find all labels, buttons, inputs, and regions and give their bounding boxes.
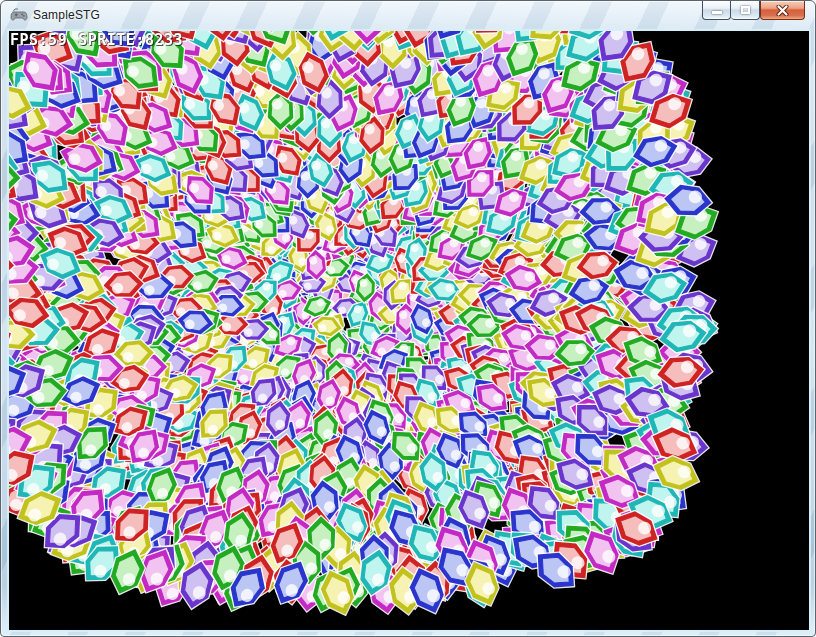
game-client-area: FPS:59SPRITE:8233 xyxy=(9,31,809,630)
title-bar[interactable]: SampleSTG xyxy=(1,1,815,31)
maximize-icon xyxy=(741,6,750,14)
maximize-button[interactable] xyxy=(731,1,760,20)
close-button[interactable] xyxy=(760,1,805,20)
game-canvas[interactable] xyxy=(9,31,809,630)
minimize-button[interactable] xyxy=(702,1,731,20)
gamepad-icon[interactable] xyxy=(10,7,28,23)
window-title: SampleSTG xyxy=(33,8,100,22)
minimize-icon xyxy=(712,11,722,14)
window-border-right[interactable] xyxy=(807,31,815,628)
samplestg-window: SampleSTG FPS:59SPRITE:8233 xyxy=(0,0,816,637)
window-border-left[interactable] xyxy=(1,31,9,628)
window-border-bottom[interactable] xyxy=(1,628,815,636)
caption-buttons xyxy=(702,1,805,20)
close-icon xyxy=(776,5,789,16)
